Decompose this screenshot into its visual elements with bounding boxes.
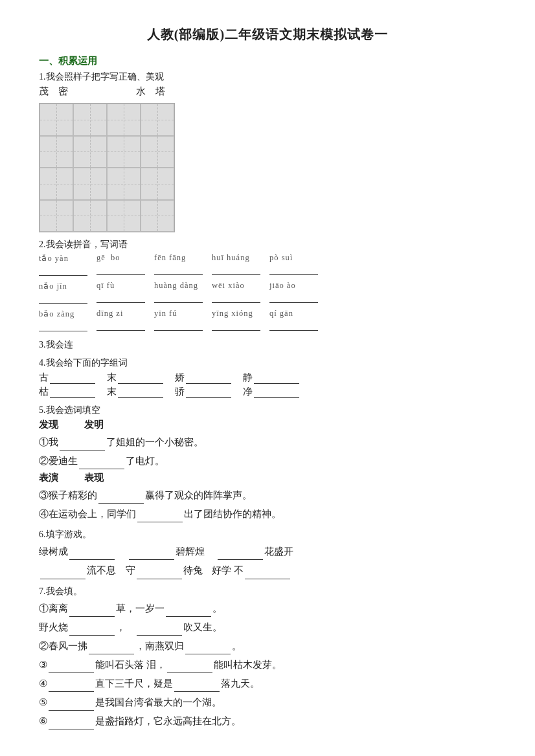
answer-blank <box>254 388 299 398</box>
answer-blank <box>137 625 182 636</box>
grid-cell <box>107 200 141 232</box>
q4-row1: 古 末 娇 静 <box>39 372 496 384</box>
q6: 6.填字游戏。 绿树成 碧辉煌 花盛开 流不息 守待兔 好学 不 <box>39 529 496 579</box>
answer-blank <box>118 388 163 398</box>
q5-g1-s1: ①我了姐姐的一个小秘密。 <box>39 434 496 450</box>
grid-cell <box>107 104 141 136</box>
answer-blank <box>137 512 183 522</box>
answer-blank <box>60 440 105 450</box>
answer-blank <box>79 459 124 469</box>
answer-blank <box>254 373 299 384</box>
pinyin-group: nǎo jīn <box>39 281 87 304</box>
q1-chars: 茂 密 水 塔 <box>39 85 496 98</box>
grid-cell <box>141 200 174 232</box>
q1: 1.我会照样子把字写正确、美观 茂 密 水 塔 <box>39 71 496 232</box>
pinyin-group: yīn fú <box>154 309 203 331</box>
pinyin-group: qī fù <box>97 281 145 304</box>
word-choice: 发明 <box>84 419 104 431</box>
pinyin-group: dīng zi <box>97 309 145 331</box>
pinyin-group: gē bo <box>97 253 145 276</box>
answer-blank <box>186 388 231 398</box>
answer-blank <box>69 625 115 636</box>
compose-char: 古 <box>39 372 97 384</box>
q7-s3: ③能叫石头落 泪，能叫枯木发芽。 <box>39 656 496 673</box>
word-choice: 表演 <box>39 472 58 484</box>
answer-blank <box>186 373 231 384</box>
grid-cell <box>73 200 107 232</box>
pinyin-group: qí gān <box>269 309 318 331</box>
q4: 4.我会给下面的字组词 古 末 娇 静 枯 末 骄 净 <box>39 357 496 398</box>
answer-blank <box>40 569 85 579</box>
answer-blank <box>49 700 94 711</box>
grid-cell <box>40 168 73 200</box>
pinyin-group: bǎo zàng <box>39 309 87 331</box>
q7-s1b: 野火烧， 吹又生。 <box>39 619 496 636</box>
grid-cell <box>40 200 73 232</box>
q5-label: 5.我会选词填空 <box>39 405 496 416</box>
answer-blank <box>218 550 263 560</box>
q5-group2-words: 表演 表现 <box>39 472 496 484</box>
answer-blank <box>185 644 231 654</box>
answer-blank <box>129 550 174 560</box>
pinyin-group: pò suì <box>269 253 318 276</box>
pinyin-group: wēi xiào <box>212 281 260 304</box>
q4-row2: 枯 末 骄 净 <box>39 386 496 398</box>
q7-s2: ②春风一拂，南燕双归。 <box>39 638 496 654</box>
q6-label: 6.填字游戏。 <box>39 529 496 540</box>
word-choice: 发现 <box>39 419 58 431</box>
answer-blank <box>118 373 163 384</box>
grid-cell <box>141 168 174 200</box>
answer-blank <box>174 682 220 692</box>
page-title: 人教(部编版)二年级语文期末模拟试卷一 <box>39 26 496 43</box>
grid-cell <box>73 104 107 136</box>
pinyin-group: tǎo yàn <box>39 253 87 276</box>
q7-s6: ⑥是盏指路灯，它永远高挂在北方。 <box>39 713 496 729</box>
q7-label: 7.我会填。 <box>39 586 496 597</box>
q2-row3-pinyin: bǎo zàng dīng zi yīn fú yīng xióng qí gā… <box>39 309 496 333</box>
answer-blank <box>245 569 290 579</box>
q5-g2-s1: ③猴子精彩的赢得了观众的阵阵掌声。 <box>39 487 496 504</box>
pinyin-group: huī huáng <box>212 253 260 276</box>
q7-s5: ⑤是我国台湾省最大的一个湖。 <box>39 694 496 711</box>
grid-cell <box>73 136 107 168</box>
grid-cell <box>40 104 73 136</box>
grid-cell <box>40 136 73 168</box>
answer-blank <box>89 644 134 654</box>
grid-cell <box>141 136 174 168</box>
word-choice: 表现 <box>84 472 104 484</box>
compose-char: 枯 <box>39 386 97 398</box>
q5-g1-s2: ②爱迪生了电灯。 <box>39 452 496 469</box>
pinyin-group: jiāo ào <box>269 281 318 304</box>
q4-label: 4.我会给下面的字组词 <box>39 357 496 369</box>
pinyin-group: fēn fāng <box>154 253 203 276</box>
grid-cell <box>73 168 107 200</box>
answer-blank <box>167 663 212 673</box>
section1-label: 一、积累运用 <box>39 55 496 67</box>
answer-blank <box>50 388 95 398</box>
answer-blank <box>49 663 94 673</box>
pinyin-group: yīng xióng <box>212 309 260 331</box>
compose-char: 净 <box>243 386 301 398</box>
grid-cell <box>107 136 141 168</box>
q2-label: 2.我会读拼音，写词语 <box>39 239 496 250</box>
q7: 7.我会填。 ①离离草，一岁一。 野火烧， 吹又生。 ②春风一拂，南燕双归。 ③… <box>39 586 496 730</box>
answer-blank <box>49 682 94 692</box>
answer-blank <box>50 373 95 384</box>
compose-char: 末 <box>107 386 165 398</box>
q6-row2: 流不息 守待兔 好学 不 <box>39 562 496 579</box>
q7-s1a: ①离离草，一岁一。 <box>39 600 496 617</box>
pinyin-group: huàng dàng <box>154 281 203 304</box>
grid-cell <box>141 104 174 136</box>
q2-row1-pinyin: tǎo yàn gē bo fēn fāng huī huáng pò suì <box>39 253 496 277</box>
answer-blank <box>98 493 144 504</box>
q2: 2.我会读拼音，写词语 tǎo yàn gē bo fēn fāng huī h… <box>39 239 496 333</box>
q1-label: 1.我会照样子把字写正确、美观 <box>39 71 496 83</box>
answer-blank <box>49 719 94 729</box>
answer-blank <box>69 606 115 617</box>
q5-g2-s2: ④在运动会上，同学们出了团结协作的精神。 <box>39 506 496 522</box>
q7-s4: ④直下三千尺，疑是落九天。 <box>39 675 496 692</box>
compose-char: 骄 <box>175 386 233 398</box>
q5: 5.我会选词填空 发现 发明 ①我了姐姐的一个小秘密。 ②爱迪生了电灯。 表演 … <box>39 405 496 522</box>
q5-group1-words: 发现 发明 <box>39 419 496 431</box>
q6-row1: 绿树成 碧辉煌 花盛开 <box>39 543 496 560</box>
